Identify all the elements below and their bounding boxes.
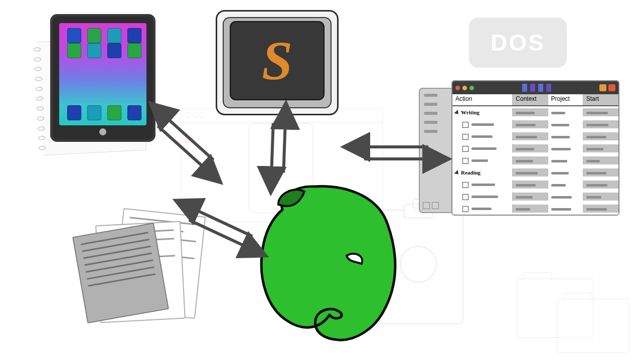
task-main-window: Action Context Project Start WritingRead… (451, 80, 619, 216)
tablet-screen (59, 23, 146, 125)
diagram-stage: S DOS Action Context Project Start (0, 0, 637, 364)
task-table-header: Action Context Project Start (452, 94, 618, 106)
s-app-key: S (216, 10, 339, 115)
tablet-app-icon (67, 28, 81, 43)
col-project: Project (548, 94, 583, 105)
tablet-app-icon (107, 28, 121, 43)
evernote-elephant-icon (248, 180, 404, 348)
col-context: Context (513, 94, 548, 105)
tablet-app-icon (127, 28, 141, 43)
tablet-app-icon (87, 105, 101, 120)
svg-line-3 (271, 123, 273, 172)
table-row (452, 130, 618, 142)
tablet-app-icon (87, 43, 101, 58)
tablet-app-icon (107, 43, 121, 58)
table-row (452, 178, 618, 191)
tablet-app-icon (127, 43, 141, 58)
table-row: Reading (452, 166, 618, 178)
toolbar-right-buttons (599, 84, 615, 91)
table-row (452, 154, 618, 166)
table-row (452, 215, 618, 216)
tablet-app-icon (67, 105, 81, 120)
tablet-app-grid (59, 23, 146, 125)
s-glyph: S (262, 29, 292, 93)
svg-line-2 (283, 123, 285, 172)
tablet-app-icon (87, 28, 101, 43)
dos-badge: DOS (469, 18, 567, 68)
arrow-skey-evernote (262, 120, 294, 176)
task-table-body: WritingReading (452, 106, 618, 216)
col-action: Action (452, 94, 513, 105)
arrow-taskwin-evernote (361, 138, 431, 168)
task-window: Action Context Project Start WritingRead… (431, 80, 619, 216)
table-row: Writing (452, 106, 618, 118)
elephant-body (261, 187, 395, 340)
traffic-lights-icon (455, 86, 474, 90)
task-table: Action Context Project Start WritingRead… (452, 94, 618, 215)
tablet-app-icon (127, 105, 141, 120)
task-titlebar (452, 81, 618, 94)
table-row (452, 191, 618, 203)
table-row (452, 203, 618, 215)
folder-sketch-front (557, 298, 629, 353)
dos-label: DOS (491, 29, 545, 56)
tablet-app-icon (107, 105, 121, 120)
table-row (452, 142, 618, 154)
col-start: Start (583, 94, 618, 105)
toolbar-tabs (522, 84, 551, 92)
home-button-icon (99, 128, 106, 135)
tablet-app-icon (67, 43, 81, 58)
table-row (452, 118, 618, 130)
tablet-device (50, 14, 155, 142)
